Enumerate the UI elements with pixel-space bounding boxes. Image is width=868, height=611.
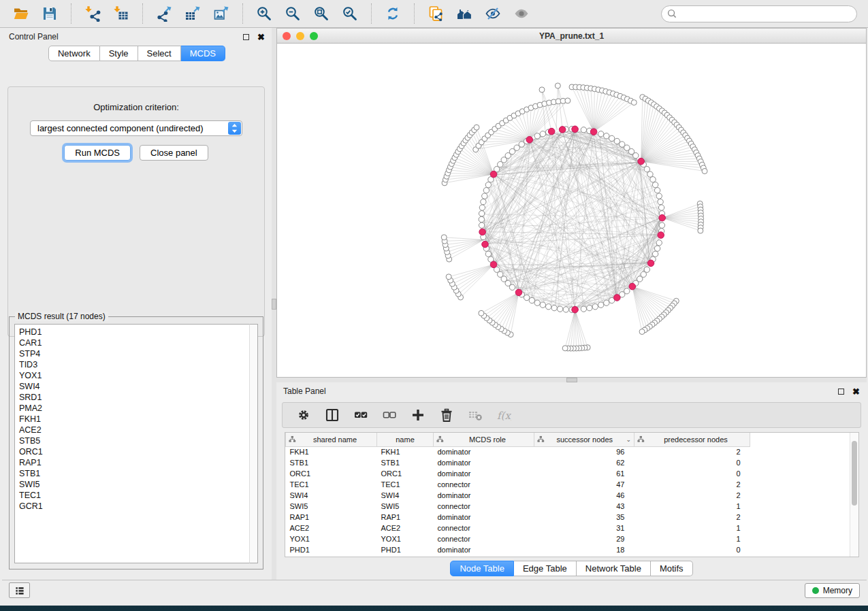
tree-column-icon — [537, 435, 545, 443]
mcds-result-item[interactable]: STB5 — [19, 435, 249, 446]
mcds-result-item[interactable]: ORC1 — [19, 446, 249, 457]
table-cell: TEC1 — [286, 479, 377, 490]
show-graphics-details-icon[interactable] — [513, 5, 530, 22]
hide-graphics-details-icon[interactable] — [484, 5, 502, 22]
export-table-icon[interactable] — [184, 5, 202, 22]
table-cell: connector — [434, 533, 534, 544]
mcds-result-list[interactable]: PHD1CAR1STP4TID3YOX1SWI4SRD1PMA2FKH1ACE2… — [14, 324, 249, 563]
tab-network[interactable]: Network — [48, 46, 100, 61]
column-header-successor-nodes[interactable]: successor nodes⌄ — [534, 433, 634, 446]
mcds-result-item[interactable]: RAP1 — [19, 457, 249, 468]
control-panel-tabs: NetworkStyleSelectMCDS — [2, 46, 272, 61]
mcds-result-scrollbar[interactable] — [249, 324, 258, 563]
network-window-title: YPA_prune.txt_1 — [277, 31, 866, 41]
node-table[interactable]: shared namenameMCDS rolesuccessor nodes⌄… — [285, 433, 750, 555]
cytoscape-window: Control Panel ✖ NetworkStyleSelectMCDS O… — [0, 0, 868, 606]
table-row[interactable]: STB1STB1dominator620 — [286, 457, 750, 468]
table-row[interactable]: SWI5SWI5connector431 — [286, 501, 750, 512]
mcds-result-item[interactable]: CAR1 — [19, 337, 249, 348]
minimize-traffic-light-icon[interactable] — [296, 32, 304, 40]
mcds-result-item[interactable]: GCR1 — [19, 501, 249, 512]
column-header-name[interactable]: name — [377, 433, 434, 446]
memory-button[interactable]: Memory — [805, 583, 860, 598]
table-row[interactable]: TEC1TEC1connector472 — [286, 479, 750, 490]
tab-network-table[interactable]: Network Table — [577, 561, 651, 576]
table-row[interactable]: PHD1PHD1dominator180 — [286, 544, 750, 555]
column-header-predecessor-nodes[interactable]: predecessor nodes — [634, 433, 750, 446]
mcds-result-item[interactable]: PHD1 — [19, 327, 249, 337]
sort-chevron-icon[interactable]: ⌄ — [626, 436, 631, 443]
network-graph-canvas[interactable] — [277, 44, 866, 377]
duplicate-network-icon[interactable] — [427, 5, 445, 22]
task-history-button[interactable] — [9, 582, 30, 598]
mcds-result-item[interactable]: FKH1 — [19, 414, 249, 425]
table-scrollbar-thumb[interactable] — [852, 441, 857, 506]
mcds-result-group: MCDS result (17 nodes) PHD1CAR1STP4TID3Y… — [9, 316, 263, 569]
float-panel-icon[interactable] — [243, 34, 249, 40]
search-input[interactable] — [680, 9, 851, 18]
tab-style[interactable]: Style — [100, 46, 138, 61]
panel-divider-vertical[interactable] — [272, 28, 276, 580]
table-row[interactable]: ORC1ORC1dominator610 — [286, 468, 750, 479]
mcds-result-item[interactable]: ACE2 — [19, 425, 249, 435]
open-session-icon[interactable] — [12, 5, 30, 22]
import-network-icon[interactable] — [84, 5, 101, 22]
search-box[interactable] — [661, 5, 857, 22]
table-cell: 1 — [634, 523, 750, 533]
tab-edge-table[interactable]: Edge Table — [514, 561, 577, 576]
table-row[interactable]: SWI4SWI4dominator462 — [286, 490, 750, 501]
zoom-out-icon[interactable] — [284, 5, 302, 22]
column-header-shared-name[interactable]: shared name — [286, 433, 377, 446]
mcds-result-item[interactable]: STP4 — [19, 348, 249, 359]
mcds-result-item[interactable]: SWI5 — [19, 479, 249, 490]
import-table-icon[interactable] — [112, 5, 130, 22]
mcds-result-item[interactable]: PMA2 — [19, 403, 249, 414]
export-network-icon[interactable] — [155, 5, 173, 22]
table-row[interactable]: ACE2ACE2connector311 — [286, 523, 750, 533]
panel-divider-horizontal[interactable] — [276, 378, 867, 382]
tab-mcds[interactable]: MCDS — [181, 46, 225, 61]
close-panel-icon[interactable]: ✖ — [852, 387, 860, 396]
save-session-icon[interactable] — [41, 5, 59, 22]
tab-select[interactable]: Select — [138, 46, 181, 61]
network-overview-icon[interactable] — [455, 5, 473, 22]
zoom-selected-icon[interactable] — [341, 5, 359, 22]
divider-handle-icon[interactable] — [272, 299, 276, 310]
delete-columns-icon[interactable] — [438, 407, 455, 423]
add-column-icon[interactable] — [410, 407, 426, 423]
table-settings-icon[interactable] — [295, 407, 312, 423]
zoom-fit-icon[interactable] — [312, 5, 330, 22]
deselect-all-icon[interactable] — [381, 407, 398, 423]
table-cell: RAP1 — [377, 512, 434, 523]
control-panel-title: Control Panel — [9, 32, 59, 42]
main-area: Control Panel ✖ NetworkStyleSelectMCDS O… — [2, 28, 867, 580]
table-row[interactable]: RAP1RAP1dominator352 — [286, 512, 750, 523]
float-panel-icon[interactable] — [838, 389, 844, 395]
table-cell: 62 — [534, 457, 634, 468]
table-row[interactable]: YOX1YOX1connector291 — [286, 533, 750, 544]
show-columns-icon[interactable] — [324, 407, 340, 423]
mcds-result-item[interactable]: TID3 — [19, 359, 249, 370]
mcds-result-item[interactable]: YOX1 — [19, 370, 249, 381]
mcds-result-item[interactable]: STB1 — [19, 468, 249, 479]
close-panel-icon[interactable]: ✖ — [257, 33, 265, 42]
table-row[interactable]: FKH1FKH1dominator962 — [286, 446, 750, 457]
table-cell: 0 — [634, 457, 750, 468]
mcds-result-item[interactable]: TEC1 — [19, 490, 249, 501]
select-all-icon[interactable] — [353, 407, 369, 423]
export-image-icon[interactable] — [212, 5, 230, 22]
tab-motifs[interactable]: Motifs — [651, 561, 693, 576]
tab-node-table[interactable]: Node Table — [450, 561, 514, 576]
mcds-result-item[interactable]: SWI4 — [19, 381, 249, 392]
close-traffic-light-icon[interactable] — [283, 32, 291, 40]
optimization-criterion-select[interactable]: largest connected component (undirected) — [30, 120, 242, 136]
close-panel-button[interactable]: Close panel — [140, 145, 208, 161]
run-mcds-button[interactable]: Run MCDS — [64, 145, 131, 161]
mcds-result-item[interactable]: SRD1 — [19, 392, 249, 403]
column-header-MCDS-role[interactable]: MCDS role — [434, 433, 534, 446]
maximize-traffic-light-icon[interactable] — [310, 32, 318, 40]
divider-handle-icon[interactable] — [566, 378, 577, 382]
zoom-in-icon[interactable] — [255, 5, 273, 22]
refresh-view-icon[interactable] — [384, 5, 402, 22]
table-scrollbar[interactable] — [850, 433, 858, 557]
